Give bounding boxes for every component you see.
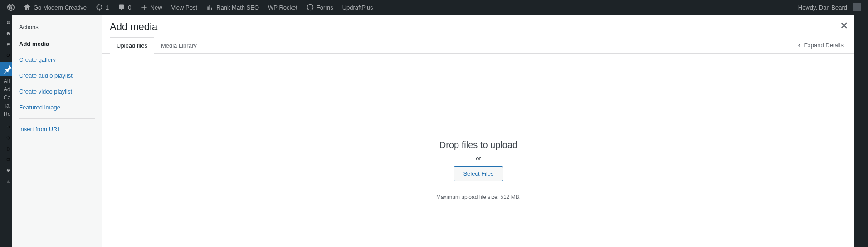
site-name-link[interactable]: Go Modern Creative [20, 0, 90, 15]
wp-rocket-link[interactable]: WP Rocket [264, 0, 301, 15]
site-name-label: Go Modern Creative [34, 4, 87, 11]
wp-rocket-label: WP Rocket [268, 4, 297, 11]
chart-bar-icon [206, 4, 214, 11]
new-link[interactable]: New [137, 0, 166, 15]
wordpress-icon [7, 4, 15, 11]
comments-link[interactable]: 0 [114, 0, 135, 15]
updates-link[interactable]: 1 [92, 0, 112, 15]
forms-link[interactable]: Forms [303, 0, 337, 15]
avatar [853, 3, 861, 11]
updraft-link[interactable]: UpdraftPlus [339, 0, 377, 15]
new-label: New [151, 4, 162, 11]
forms-label: Forms [317, 4, 333, 11]
adminbar-left: Go Modern Creative 1 0 New View Post Ran… [4, 0, 377, 15]
adminbar-right: Howdy, Dan Beard [795, 0, 864, 15]
home-icon [24, 4, 31, 11]
wp-logo[interactable] [4, 0, 18, 15]
howdy-label: Howdy, Dan Beard [798, 4, 847, 11]
comment-icon [118, 4, 125, 11]
updraft-label: UpdraftPlus [342, 4, 373, 11]
updates-count: 1 [106, 4, 109, 11]
plus-icon [141, 4, 148, 11]
rank-math-label: Rank Math SEO [216, 4, 259, 11]
rank-math-link[interactable]: Rank Math SEO [203, 0, 263, 15]
view-post-label: View Post [171, 4, 198, 11]
svg-point-0 [307, 5, 313, 10]
comments-count: 0 [128, 4, 131, 11]
wp-adminbar: Go Modern Creative 1 0 New View Post Ran… [0, 0, 868, 15]
refresh-icon [96, 4, 103, 11]
forms-icon [307, 4, 314, 11]
howdy-link[interactable]: Howdy, Dan Beard [795, 0, 864, 15]
view-post-link[interactable]: View Post [168, 0, 201, 15]
